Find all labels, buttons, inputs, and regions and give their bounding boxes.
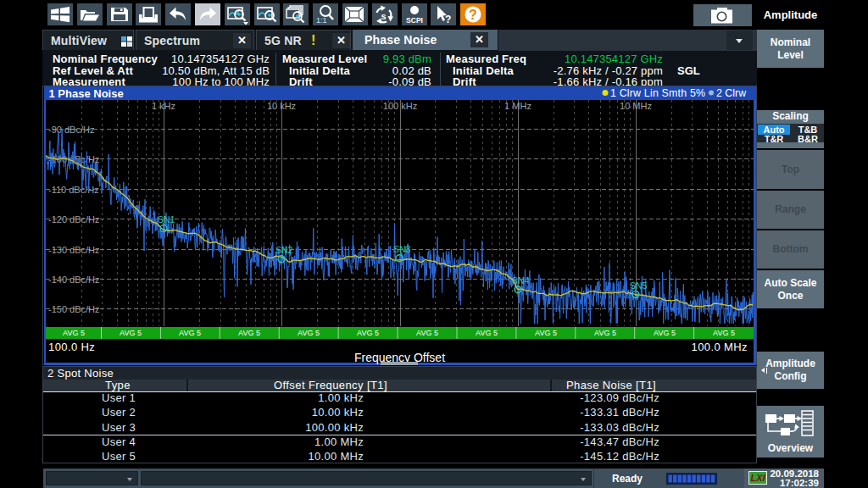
svg-text:?: ? (445, 14, 451, 25)
svg-text:SN4: SN4 (512, 275, 530, 286)
svg-text:1:1: 1:1 (316, 16, 327, 25)
svg-text:AVG 5: AVG 5 (654, 329, 676, 337)
svg-text:-120 dBc/Hz: -120 dBc/Hz (48, 214, 100, 225)
svg-text:AVG 5: AVG 5 (476, 329, 498, 337)
svg-text:-130 dBc/Hz: -130 dBc/Hz (48, 245, 100, 255)
svg-text:AVG 5: AVG 5 (416, 329, 438, 337)
svg-text:SCPI: SCPI (406, 16, 423, 25)
svg-text:AVG 5: AVG 5 (63, 329, 85, 337)
svg-text:SN1: SN1 (158, 214, 175, 225)
svg-text:2 Clrw: 2 Clrw (716, 87, 746, 99)
svg-text:AVG 5: AVG 5 (120, 329, 142, 337)
svg-text:100 kHz: 100 kHz (383, 101, 417, 111)
svg-text:AVG 5: AVG 5 (357, 329, 379, 337)
svg-text:AVG 5: AVG 5 (535, 329, 557, 337)
svg-text:-150 dBc/Hz: -150 dBc/Hz (48, 304, 100, 314)
svg-text:s: s (381, 11, 387, 21)
svg-text:AVG 5: AVG 5 (713, 329, 735, 337)
svg-text:?: ? (469, 8, 477, 22)
svg-text:AVG 5: AVG 5 (238, 329, 260, 337)
svg-text:AVG 5: AVG 5 (298, 329, 320, 337)
svg-text:1 kHz: 1 kHz (152, 101, 175, 111)
svg-text:-90 dBc/Hz: -90 dBc/Hz (48, 125, 94, 135)
svg-text:-140 dBc/Hz: -140 dBc/Hz (48, 274, 100, 285)
svg-text:10 kHz: 10 kHz (267, 101, 296, 111)
svg-text:SN2: SN2 (275, 245, 293, 255)
svg-text:-110 dBc/Hz: -110 dBc/Hz (48, 185, 99, 195)
svg-text:AVG 5: AVG 5 (594, 329, 616, 337)
svg-text:SN3: SN3 (393, 244, 411, 254)
svg-text:10 MHz: 10 MHz (620, 101, 652, 111)
svg-text:AVG 5: AVG 5 (179, 329, 201, 337)
svg-text:1 MHz: 1 MHz (504, 101, 531, 111)
svg-text:1 Clrw Lin Smth 5%: 1 Clrw Lin Smth 5% (610, 87, 705, 99)
svg-text:SN5: SN5 (630, 280, 648, 291)
